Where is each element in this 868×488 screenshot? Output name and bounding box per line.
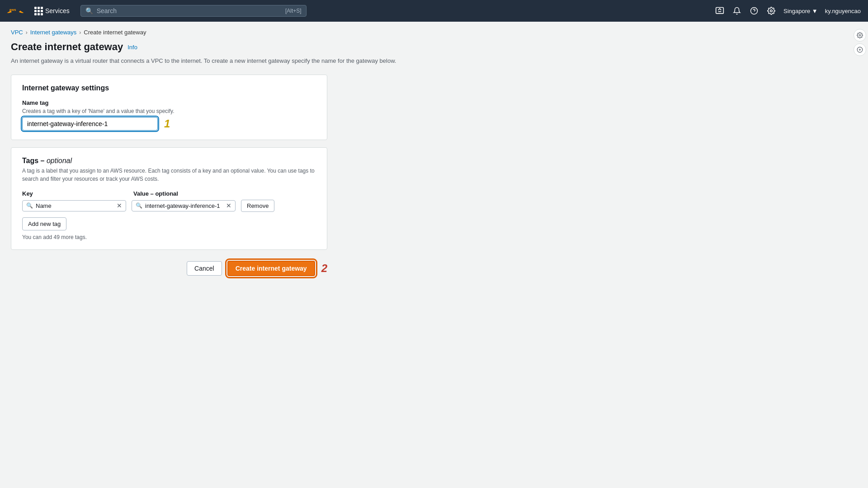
annotation-2: 2 [321,262,327,275]
user-menu[interactable]: ky.nguyencao [825,8,861,14]
tags-description: A tag is a label that you assign to an A… [22,167,316,183]
tags-remaining: You can add 49 more tags. [22,234,316,240]
value-column-header: Value – optional [133,190,237,197]
tag-key-input[interactable] [36,202,114,209]
page-description: An internet gateway is a virtual router … [11,56,857,66]
nav-right: Singapore ▼ ky.nguyencao [715,6,861,16]
cancel-button[interactable]: Cancel [187,261,222,276]
tag-key-wrapper: 🔍 ✕ [22,200,126,211]
breadcrumb-sep-1: › [26,29,28,36]
search-shortcut: [Alt+S] [285,8,302,14]
breadcrumb: VPC › Internet gateways › Create interne… [11,29,857,36]
settings-panel-title: Internet gateway settings [22,84,316,92]
tag-value-clear-button[interactable]: ✕ [226,202,231,209]
aws-logo[interactable]: aws [7,5,24,16]
page-title-row: Create internet gateway Info [11,41,857,53]
search-input[interactable] [97,7,282,14]
search-icon: 🔍 [85,7,93,14]
remove-tag-button[interactable]: Remove [241,200,274,212]
sidebar-icon-1[interactable] [854,29,866,42]
create-internet-gateway-button[interactable]: Create internet gateway [227,261,315,276]
annotation-1: 1 [164,117,170,130]
settings-icon[interactable] [766,6,776,16]
services-label: Services [45,7,70,14]
svg-text:aws: aws [9,8,16,12]
help-icon[interactable] [749,6,759,16]
name-tag-label: Name tag [22,99,316,106]
svg-point-4 [770,10,773,12]
name-tag-hint: Creates a tag with a key of 'Name' and a… [22,108,316,114]
svg-point-5 [859,34,861,36]
tags-column-headers: Key Value – optional [22,190,316,197]
right-sidebar [852,27,868,58]
tag-value-input[interactable] [145,202,223,209]
search-bar[interactable]: 🔍 [Alt+S] [80,5,307,17]
key-column-header: Key [22,190,126,197]
terminal-icon[interactable] [715,6,725,16]
sidebar-icon-2[interactable] [854,43,866,56]
tag-value-wrapper: 🔍 ✕ [132,200,236,211]
info-link[interactable]: Info [127,44,137,51]
services-menu[interactable]: Services [31,5,73,17]
breadcrumb-current: Create internet gateway [84,29,146,36]
breadcrumb-vpc[interactable]: VPC [11,29,23,36]
main-content: VPC › Internet gateways › Create interne… [0,22,868,287]
breadcrumb-sep-2: › [79,29,81,36]
tag-key-clear-button[interactable]: ✕ [117,202,122,209]
bell-icon[interactable] [732,6,742,16]
top-navigation: aws Services 🔍 [Alt+S] [0,0,868,22]
add-tag-button[interactable]: Add new tag [22,217,66,230]
breadcrumb-internet-gateways[interactable]: Internet gateways [30,29,77,36]
settings-panel: Internet gateway settings Name tag Creat… [11,75,327,140]
footer-actions: Cancel Create internet gateway 2 [11,257,327,280]
tags-panel: Tags – optional A tag is a label that yo… [11,147,327,250]
tag-row-1: 🔍 ✕ 🔍 ✕ Remove [22,200,316,212]
grid-icon [34,7,42,15]
value-search-icon: 🔍 [136,202,142,209]
region-selector[interactable]: Singapore ▼ [783,8,818,14]
key-search-icon: 🔍 [26,202,33,209]
tags-panel-title: Tags – optional [22,157,316,165]
name-tag-input[interactable] [22,117,158,131]
page-title: Create internet gateway [11,41,123,53]
